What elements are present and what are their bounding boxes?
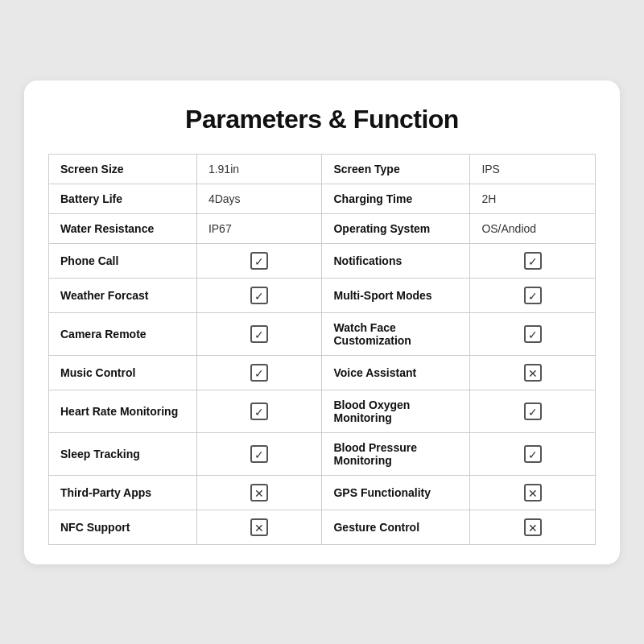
left-label: Weather Forcast [49,278,197,312]
left-label: Camera Remote [49,312,197,355]
right-value: IPS [470,154,596,184]
right-label: Screen Type [322,154,470,184]
left-check: ✓ [196,278,322,312]
right-check: ✕ [470,355,596,390]
right-check: ✓ [470,312,596,355]
table-row: Water ResistanceIP67Operating SystemOS/A… [49,213,596,243]
left-value: IP67 [196,213,322,243]
right-label: Voice Assistant [322,355,470,390]
right-label: Charging Time [322,184,470,213]
left-check: ✕ [196,475,322,510]
right-label: Watch Face Customization [322,312,470,355]
left-check: ✓ [196,243,322,278]
table-row: Weather Forcast✓Multi-Sport Modes✓ [49,278,596,312]
table-row: Heart Rate Monitoring✓Blood Oxygen Monit… [49,390,596,432]
left-check: ✓ [196,432,322,475]
table-row: Screen Size1.91inScreen TypeIPS [49,154,596,184]
table-row: Sleep Tracking✓Blood Pressure Monitoring… [49,432,596,475]
right-label: GPS Functionality [322,475,470,510]
right-label: Blood Pressure Monitoring [322,432,470,475]
table-row: Battery Life4DaysCharging Time2H [49,184,596,213]
table-row: Third-Party Apps✕GPS Functionality✕ [49,475,596,510]
left-label: Music Control [49,355,197,390]
left-label: Water Resistance [49,213,197,243]
right-label: Operating System [322,213,470,243]
left-value: 1.91in [196,154,322,184]
left-check: ✓ [196,390,322,432]
left-label: Phone Call [49,243,197,278]
right-check: ✓ [470,432,596,475]
right-check: ✓ [470,278,596,312]
left-label: Third-Party Apps [49,475,197,510]
left-check: ✓ [196,312,322,355]
right-label: Gesture Control [322,510,470,544]
left-label: Battery Life [49,184,197,213]
left-label: NFC Support [49,510,197,544]
left-label: Screen Size [49,154,197,184]
table-row: Music Control✓Voice Assistant✕ [49,355,596,390]
right-label: Notifications [322,243,470,278]
right-check: ✕ [470,510,596,544]
right-value: OS/Andiod [470,213,596,243]
left-check: ✕ [196,510,322,544]
page-title: Parameters & Function [48,105,596,134]
right-check: ✕ [470,475,596,510]
right-label: Blood Oxygen Monitoring [322,390,470,432]
left-value: 4Days [196,184,322,213]
card: Parameters & Function Screen Size1.91inS… [24,80,620,564]
params-table: Screen Size1.91inScreen TypeIPSBattery L… [48,154,596,545]
table-row: Phone Call✓Notifications✓ [49,243,596,278]
table-row: Camera Remote✓Watch Face Customization✓ [49,312,596,355]
right-label: Multi-Sport Modes [322,278,470,312]
table-row: NFC Support✕Gesture Control✕ [49,510,596,544]
left-label: Heart Rate Monitoring [49,390,197,432]
right-check: ✓ [470,390,596,432]
right-check: ✓ [470,243,596,278]
right-value: 2H [470,184,596,213]
left-check: ✓ [196,355,322,390]
left-label: Sleep Tracking [49,432,197,475]
